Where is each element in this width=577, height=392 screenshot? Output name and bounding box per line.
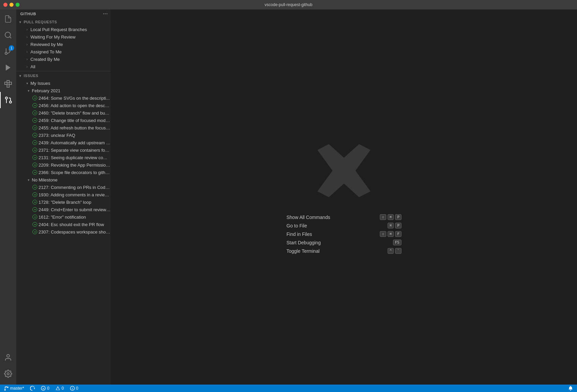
pr-local-branches[interactable]: › Local Pull Request Branches bbox=[16, 26, 111, 33]
chevron-right-icon: › bbox=[24, 49, 30, 54]
issue-2371[interactable]: 2371: Separate view containers for PR ..… bbox=[16, 146, 111, 154]
issues-no-milestone[interactable]: ▾ No Milestone bbox=[16, 176, 111, 183]
statusbar-left: master* ✕ 0 0 0 bbox=[3, 385, 79, 392]
command-keys-terminal: ^ ` bbox=[388, 248, 401, 254]
svg-point-3 bbox=[5, 52, 7, 54]
bell-icon bbox=[568, 386, 573, 391]
svg-point-9 bbox=[9, 101, 11, 103]
main-content: Show All Commands ⇧ ⌘ P Go to File ⌘ P F bbox=[111, 9, 577, 385]
statusbar-info[interactable]: 0 bbox=[69, 385, 80, 392]
chevron-right-icon: › bbox=[24, 64, 30, 69]
issue-2459[interactable]: 2459: Change title of focused mode vi... bbox=[16, 117, 111, 124]
activity-bar-bottom bbox=[0, 349, 16, 385]
command-show-all[interactable]: Show All Commands ⇧ ⌘ P bbox=[286, 214, 401, 220]
issue-open-icon bbox=[32, 222, 37, 227]
activity-extensions[interactable] bbox=[0, 76, 16, 92]
issues-february-2021[interactable]: ▾ February 2021 bbox=[16, 87, 111, 94]
chevron-right-icon: › bbox=[24, 27, 30, 32]
error-icon: ✕ bbox=[41, 386, 46, 391]
statusbar-right bbox=[567, 385, 574, 392]
issue-1612[interactable]: 1612: "Error" notification bbox=[16, 213, 111, 221]
issue-open-icon bbox=[32, 192, 37, 197]
issue-open-icon bbox=[32, 170, 37, 175]
command-keys-go-to-file: ⌘ P bbox=[388, 223, 401, 228]
issue-open-icon bbox=[32, 155, 37, 160]
command-list: Show All Commands ⇧ ⌘ P Go to File ⌘ P F bbox=[286, 214, 401, 254]
extensions-icon bbox=[4, 80, 12, 88]
issue-2307[interactable]: 2307: Codespaces workspace shows n... bbox=[16, 228, 111, 236]
maximize-button[interactable] bbox=[16, 3, 20, 7]
settings-icon bbox=[4, 370, 12, 378]
minimize-button[interactable] bbox=[9, 3, 14, 7]
statusbar-branch[interactable]: master* bbox=[3, 385, 25, 392]
vscode-logo-icon bbox=[314, 140, 374, 201]
chevron-down-icon: ▾ bbox=[26, 88, 31, 93]
activity-run[interactable] bbox=[0, 59, 16, 76]
issue-open-icon bbox=[32, 140, 37, 145]
issue-open-icon bbox=[32, 207, 37, 212]
issues-my-issues[interactable]: ▾ My Issues bbox=[16, 79, 111, 87]
command-find-in-files[interactable]: Find in Files ⇧ ⌘ F bbox=[286, 231, 401, 237]
activity-explorer[interactable] bbox=[0, 11, 16, 27]
issue-open-icon bbox=[32, 185, 37, 190]
command-keys-find-files: ⇧ ⌘ F bbox=[380, 231, 401, 237]
pr-waiting-for-review[interactable]: › Waiting For My Review bbox=[16, 33, 111, 41]
search-icon bbox=[4, 31, 12, 39]
pr-reviewed-by-me[interactable]: › Reviewed by Me bbox=[16, 41, 111, 48]
issue-open-icon bbox=[32, 215, 37, 219]
issue-1728[interactable]: 1728: "Delete Branch" loop bbox=[16, 198, 111, 206]
command-go-to-file[interactable]: Go to File ⌘ P bbox=[286, 223, 401, 228]
issue-2404[interactable]: 2404: Esc should exit the PR flow bbox=[16, 221, 111, 228]
command-start-debugging[interactable]: Start Debugging F5 bbox=[286, 240, 401, 245]
issue-2131[interactable]: 2131: Seeing duplicate review commen... bbox=[16, 154, 111, 161]
activity-source-control[interactable]: 1 bbox=[0, 43, 16, 59]
pr-created-by-me[interactable]: › Created By Me bbox=[16, 55, 111, 63]
issues-section-label[interactable]: ▾ ISSUES bbox=[16, 72, 111, 79]
issue-1930[interactable]: 1930: Adding comments in a review sh... bbox=[16, 191, 111, 198]
issue-2464[interactable]: 2464: Some SVGs on the descripti... bbox=[16, 94, 111, 102]
svg-point-0 bbox=[5, 32, 10, 38]
issue-2460[interactable]: 2460: "Delete branch" flow and button... bbox=[16, 109, 111, 117]
issue-2366[interactable]: 2366: Scope file decorators to github ..… bbox=[16, 169, 111, 176]
window-title: vscode-pull-request-github bbox=[264, 2, 312, 7]
issue-2455[interactable]: 2455: Add refresh button the focused ... bbox=[16, 124, 111, 131]
pull-request-icon bbox=[4, 96, 13, 104]
info-count: 0 bbox=[76, 386, 78, 391]
activity-accounts[interactable] bbox=[0, 349, 16, 366]
activity-pull-requests[interactable] bbox=[0, 92, 16, 108]
activity-search[interactable] bbox=[0, 27, 16, 43]
pull-requests-section-label[interactable]: ▾ PULL REQUESTS bbox=[16, 18, 111, 26]
statusbar-warnings[interactable]: 0 bbox=[54, 385, 65, 392]
close-button[interactable] bbox=[3, 3, 7, 7]
issue-open-icon bbox=[32, 229, 37, 234]
statusbar: master* ✕ 0 0 0 bbox=[0, 385, 577, 392]
more-icon[interactable]: ··· bbox=[103, 11, 108, 17]
issue-2373[interactable]: 2373: unclear FAQ bbox=[16, 131, 111, 139]
statusbar-sync[interactable] bbox=[29, 385, 36, 392]
issue-open-icon bbox=[32, 133, 37, 138]
pull-requests-header: GITHUB ··· bbox=[16, 9, 111, 18]
issue-2127[interactable]: 2127: Commenting on PRs in Codespa... bbox=[16, 183, 111, 191]
chevron-down-icon: ▾ bbox=[18, 19, 23, 25]
issue-open-icon bbox=[32, 118, 37, 123]
chevron-right-icon: › bbox=[24, 42, 30, 47]
issue-2456[interactable]: 2456: Add action to open the descripti..… bbox=[16, 102, 111, 109]
issue-2439[interactable]: 2439: Automatically add upstream duri... bbox=[16, 139, 111, 146]
statusbar-errors[interactable]: ✕ 0 bbox=[40, 385, 51, 392]
sidebar-issues-scroll[interactable]: ▾ ISSUES ▾ My Issues ▾ February 2021 246… bbox=[16, 72, 111, 385]
issue-2449[interactable]: 2449: Cmd+Enter to submit review in f... bbox=[16, 206, 111, 213]
issue-2209[interactable]: 2209: Revoking the App Permissions i... bbox=[16, 161, 111, 169]
command-toggle-terminal[interactable]: Toggle Terminal ^ ` bbox=[286, 248, 401, 254]
activity-settings[interactable] bbox=[0, 366, 16, 382]
sidebar-divider bbox=[16, 71, 111, 71]
statusbar-bell[interactable] bbox=[567, 385, 574, 392]
issue-open-icon bbox=[32, 148, 37, 152]
pr-all[interactable]: › All bbox=[16, 63, 111, 70]
welcome-area: Show All Commands ⇧ ⌘ P Go to File ⌘ P F bbox=[286, 140, 401, 254]
pr-assigned-to-me[interactable]: › Assigned To Me bbox=[16, 48, 111, 55]
command-keys-debug: F5 bbox=[393, 240, 401, 245]
activity-bar: 1 bbox=[0, 9, 16, 385]
chevron-right-icon: › bbox=[24, 56, 30, 62]
svg-point-10 bbox=[5, 97, 7, 99]
chevron-down-icon: ▾ bbox=[24, 80, 30, 86]
